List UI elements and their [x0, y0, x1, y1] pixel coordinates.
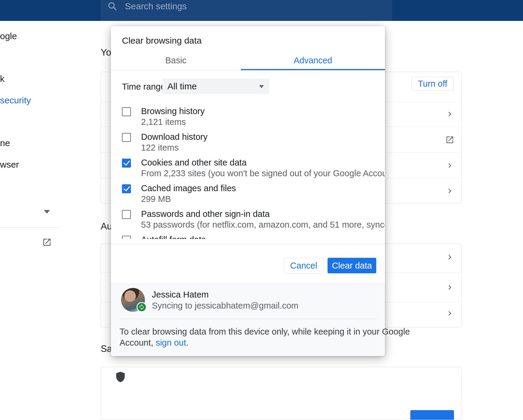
item-subtitle: 53 passwords (for netflix.com, amazon.co… — [141, 220, 385, 230]
chevron-down-icon — [259, 85, 264, 88]
time-range-label: Time range — [122, 82, 166, 92]
chevron-right-icon[interactable] — [445, 186, 454, 195]
sidebar-item-search-engine[interactable]: ne — [0, 138, 10, 148]
cancel-button[interactable]: Cancel — [284, 258, 323, 273]
row-cached-images: Cached images and files 299 MB — [111, 183, 385, 209]
clear-data-button[interactable]: Clear data — [328, 258, 376, 273]
check-now-button[interactable] — [410, 410, 454, 420]
item-title: Browsing history — [141, 106, 205, 116]
sidebar-item-privacy-security[interactable]: security — [0, 95, 31, 105]
sidebar-advanced-caret-icon[interactable] — [44, 210, 50, 214]
safety-check-card — [101, 367, 462, 420]
item-subtitle: 122 items — [141, 142, 179, 153]
extensions-external-link-icon[interactable] — [42, 237, 52, 247]
chevron-right-icon[interactable] — [445, 253, 454, 262]
tab-basic[interactable]: Basic — [111, 51, 241, 70]
row-autofill: Autofill form data — [111, 234, 385, 239]
sidebar-divider — [0, 227, 60, 228]
sync-account-section: Jessica Hatem Syncing to jessicabhatem@g… — [111, 284, 385, 356]
autofill-checkbox[interactable] — [122, 236, 131, 239]
time-range-value: All time — [167, 81, 197, 91]
search-placeholder: Search settings — [125, 0, 187, 12]
download-history-checkbox[interactable] — [122, 133, 131, 142]
sign-out-link[interactable]: sign out — [156, 338, 186, 347]
search-settings-field[interactable]: Search settings — [101, 0, 392, 21]
chevron-right-icon[interactable] — [445, 283, 454, 292]
row-download-history: Download history 122 items — [111, 132, 385, 157]
sidebar-item-default-browser[interactable]: wser — [0, 160, 19, 170]
external-link-icon[interactable] — [445, 135, 454, 144]
item-subtitle: 2,121 items — [141, 117, 186, 127]
footer-text-line2: Account, sign out. — [120, 337, 189, 348]
item-title: Autofill form data — [141, 234, 206, 239]
clear-data-options-list: Browsing history 2,121 items Download hi… — [111, 101, 385, 239]
item-subtitle: From 2,233 sites (you won't be signed ou… — [141, 168, 385, 178]
passwords-checkbox[interactable] — [122, 210, 131, 219]
row-cookies: Cookies and other site data From 2,233 s… — [111, 157, 385, 183]
dialog-title: Clear browsing data — [122, 35, 202, 46]
turn-off-button[interactable]: Turn off — [412, 77, 454, 91]
footer-text-suffix: . — [186, 338, 188, 347]
row-passwords: Passwords and other sign-in data 53 pass… — [111, 209, 385, 234]
dialog-divider — [111, 244, 385, 244]
sync-divider — [120, 319, 376, 319]
account-sync-status: Syncing to jessicabhatem@gmail.com — [152, 301, 298, 311]
time-range-select[interactable]: All time — [162, 79, 269, 94]
cached-images-checkbox[interactable] — [122, 184, 131, 193]
settings-toolbar: Search settings — [0, 0, 523, 21]
shield-icon — [115, 371, 126, 383]
item-title: Download history — [141, 132, 207, 142]
active-tab-underline — [241, 69, 385, 70]
cookies-checkbox[interactable] — [122, 159, 131, 168]
tab-advanced[interactable]: Advanced — [241, 51, 385, 70]
browsing-history-checkbox[interactable] — [122, 107, 131, 116]
item-title: Passwords and other sign-in data — [141, 209, 270, 219]
account-name: Jessica Hatem — [152, 290, 209, 300]
sidebar-item-you-and-google[interactable]: ogle — [0, 31, 17, 41]
sidebar-item-safety-check[interactable]: k — [0, 74, 4, 84]
footer-text-line2-prefix: Account, — [120, 338, 156, 347]
item-subtitle: 299 MB — [141, 194, 171, 204]
row-browsing-history: Browsing history 2,121 items — [111, 106, 385, 132]
dialog-tabs: Basic Advanced — [111, 51, 385, 70]
sync-badge-icon — [137, 302, 147, 312]
footer-text-line1: To clear browsing data from this device … — [120, 326, 410, 337]
clear-browsing-data-dialog: Clear browsing data Basic Advanced Time … — [111, 26, 385, 356]
chevron-right-icon[interactable] — [445, 110, 454, 119]
chevron-right-icon[interactable] — [445, 309, 454, 318]
item-title: Cookies and other site data — [141, 157, 247, 168]
chevron-right-icon[interactable] — [445, 161, 454, 170]
item-title: Cached images and files — [141, 183, 236, 193]
search-icon — [107, 1, 117, 11]
